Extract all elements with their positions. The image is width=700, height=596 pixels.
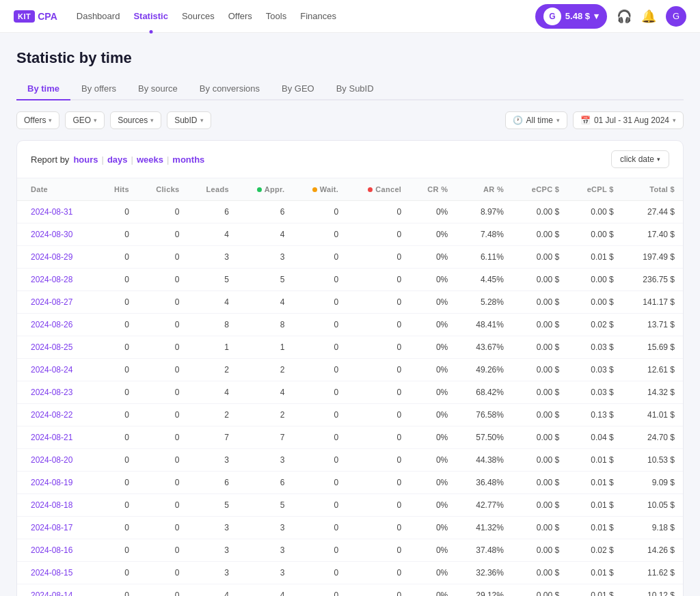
data-cell: 0 [347,291,409,314]
data-cell: 0 [293,381,347,404]
date-range-chevron-icon: ▾ [673,117,676,124]
data-cell: 57.50% [456,426,512,449]
user-avatar[interactable]: G [666,6,686,27]
subid-filter[interactable]: SubID ▾ [167,111,211,129]
data-cell: 0 [293,336,347,359]
data-cell: 2 [187,359,237,381]
table-row: 2024-08-200033000%44.38%0.00 $0.01 $10.5… [17,449,683,472]
logo[interactable]: KIT CPA [14,10,57,23]
tab-by-conversions[interactable]: By conversions [189,78,271,100]
data-cell: 0.01 $ [567,449,621,472]
balance-chevron-icon: ▾ [594,11,599,21]
data-cell: 0 [347,539,409,562]
data-cell: 0.01 $ [567,246,621,269]
data-cell: 9.18 $ [622,517,683,539]
date-cell[interactable]: 2024-08-24 [17,359,98,381]
tab-by-subid[interactable]: By SubID [325,78,385,100]
bell-icon[interactable]: 🔔 [641,9,656,24]
all-time-button[interactable]: 🕐 All time ▾ [505,111,567,129]
period-months[interactable]: months [172,154,204,165]
sources-filter[interactable]: Sources ▾ [110,111,161,129]
data-cell: 0 [137,269,188,291]
date-cell[interactable]: 2024-08-27 [17,291,98,314]
date-cell[interactable]: 2024-08-22 [17,404,98,426]
data-cell: 0.01 $ [567,472,621,494]
date-cell[interactable]: 2024-08-19 [17,472,98,494]
date-cell[interactable]: 2024-08-14 [17,584,98,597]
data-cell: 0 [137,381,188,404]
data-cell: 3 [237,539,293,562]
nav-link-tools[interactable]: Tools [266,8,286,24]
offers-filter[interactable]: Offers ▾ [16,111,59,129]
click-date-button[interactable]: click date ▾ [611,150,669,168]
geo-filter[interactable]: GEO ▾ [65,111,105,129]
period-days[interactable]: days [107,154,128,165]
tab-by-source[interactable]: By source [127,78,189,100]
table-row: 2024-08-140044000%29.12%0.00 $0.01 $10.1… [17,584,683,597]
date-cell[interactable]: 2024-08-31 [17,201,98,224]
table-row: 2024-08-180055000%42.77%0.00 $0.01 $10.0… [17,494,683,517]
date-cell[interactable]: 2024-08-17 [17,517,98,539]
data-cell: 0 [293,246,347,269]
data-cell: 29.12% [456,584,512,597]
date-cell[interactable]: 2024-08-23 [17,381,98,404]
date-cell[interactable]: 2024-08-15 [17,562,98,584]
col-header-appr-: Appr. [237,178,293,201]
nav-link-dashboard[interactable]: Dashboard [77,8,120,24]
data-cell: 44.38% [456,449,512,472]
data-cell: 27.44 $ [622,201,683,224]
data-cell: 236.75 $ [622,269,683,291]
data-cell: 0 [347,449,409,472]
tab-by-time[interactable]: By time [16,78,70,100]
data-cell: 0 [293,449,347,472]
data-cell: 0% [409,584,456,597]
data-cell: 11.62 $ [622,562,683,584]
date-cell[interactable]: 2024-08-25 [17,336,98,359]
date-cell[interactable]: 2024-08-26 [17,314,98,336]
nav-link-offers[interactable]: Offers [228,8,252,24]
data-cell: 0 [137,584,188,597]
date-cell[interactable]: 2024-08-29 [17,246,98,269]
data-cell: 0 [347,314,409,336]
data-cell: 0.00 $ [567,291,621,314]
data-cell: 0 [347,404,409,426]
period-hours[interactable]: hours [73,154,98,165]
table-row: 2024-08-210077000%57.50%0.00 $0.04 $24.7… [17,426,683,449]
data-cell: 0.00 $ [512,584,567,597]
data-cell: 0 [293,426,347,449]
data-cell: 0 [98,269,137,291]
date-cell[interactable]: 2024-08-21 [17,426,98,449]
date-cell[interactable]: 2024-08-16 [17,539,98,562]
balance-button[interactable]: G 5.48 $ ▾ [535,4,607,29]
date-cell[interactable]: 2024-08-28 [17,269,98,291]
data-cell: 6 [237,472,293,494]
subid-chevron-icon: ▾ [200,117,204,124]
tab-by-offers[interactable]: By offers [70,78,127,100]
data-cell: 2 [187,404,237,426]
tab-by-geo[interactable]: By GEO [271,78,325,100]
data-cell: 1 [237,336,293,359]
data-cell: 0 [293,517,347,539]
data-cell: 0 [137,291,188,314]
headset-icon[interactable]: 🎧 [617,9,632,24]
data-cell: 0 [98,539,137,562]
nav-link-sources[interactable]: Sources [182,8,215,24]
period-separator: | [167,154,169,165]
date-cell[interactable]: 2024-08-30 [17,224,98,246]
calendar-icon: 📅 [580,116,591,125]
data-cell: 0.03 $ [567,359,621,381]
date-cell[interactable]: 2024-08-18 [17,494,98,517]
nav-link-finances[interactable]: Finances [300,8,336,24]
data-cell: 8 [187,314,237,336]
data-cell: 8.97% [456,201,512,224]
data-cell: 0 [293,584,347,597]
data-cell: 48.41% [456,314,512,336]
date-range-button[interactable]: 📅 01 Jul - 31 Aug 2024 ▾ [573,111,684,129]
table-body: 2024-08-310066000%8.97%0.00 $0.00 $27.44… [17,201,683,597]
stats-table: DateHitsClicksLeadsAppr.Wait.CancelCR %A… [17,178,683,596]
balance-amount: 5.48 $ [565,11,590,21]
period-weeks[interactable]: weeks [137,154,163,165]
date-cell[interactable]: 2024-08-20 [17,449,98,472]
nav-link-statistic[interactable]: Statistic [133,8,168,24]
data-cell: 141.17 $ [622,291,683,314]
